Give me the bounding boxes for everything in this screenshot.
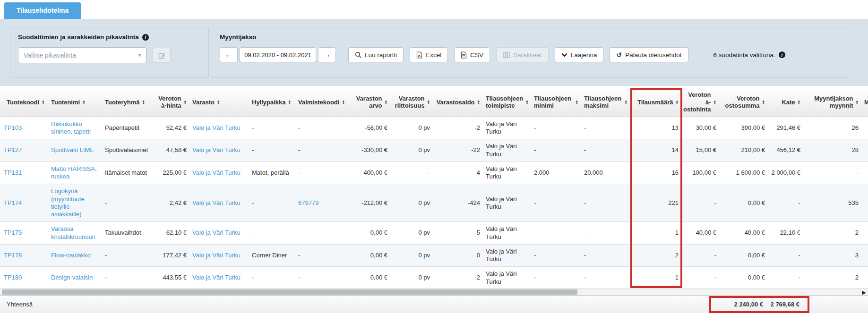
sort-icon: ▲▼ (525, 100, 528, 105)
cell-link[interactable]: Matto HARISSA, ruskea (51, 165, 97, 180)
table-cell: 2,42 € (158, 184, 189, 222)
column-label: Tilausohjeen minimi (534, 95, 573, 110)
column-header-9[interactable]: Varaston riittoisuus▲▼ (390, 88, 433, 117)
cell-link[interactable]: Design-valaisin (51, 274, 93, 281)
column-label: Varasto (192, 99, 215, 106)
tab-tilausehdotelma[interactable]: Tilausehdotelma (4, 2, 81, 19)
cell-text: 15,00 € (696, 146, 716, 153)
cell-text: 0,00 € (370, 229, 387, 236)
quickselect-dropdown[interactable]: Valitse pikavalinta ▼ (18, 47, 146, 63)
cell-link[interactable]: Valo ja Väri Turku (192, 229, 241, 236)
cell-text: - (584, 229, 586, 236)
cell-text: 52,42 € (166, 124, 187, 131)
cell-text: - (534, 199, 536, 206)
table-cell: 0 pv (390, 222, 433, 245)
cell-link[interactable]: Flow-naulakko (51, 252, 91, 259)
cell-link[interactable]: TP131 (4, 169, 22, 176)
column-header-14[interactable]: Tilausmäärä▲▼ (630, 88, 681, 117)
column-label: Veroton à-ostohinta (683, 91, 711, 113)
cell-link[interactable]: TP127 (4, 146, 22, 153)
date-range-input[interactable] (240, 47, 316, 62)
column-header-7[interactable]: Valmistekoodi▲▼ (295, 88, 352, 117)
info-icon[interactable]: i (779, 51, 785, 58)
expand-button[interactable]: Laajenna (555, 47, 604, 62)
sort-icon: ▲▼ (576, 100, 578, 105)
column-header-13[interactable]: Tilausohjeen maksimi▲▼ (581, 88, 630, 117)
cell-text: - (252, 274, 254, 281)
cell-text: - (714, 199, 716, 206)
cell-text: 47,58 € (166, 146, 187, 153)
cell-text: 1 (675, 274, 679, 281)
table-cell: -212,00 € (352, 184, 390, 222)
cell-text: - (857, 169, 859, 176)
column-label: Veroton ostosumma (722, 95, 760, 110)
table-row: TP180Design-valaisin-443,55 €Valo ja Vär… (0, 267, 868, 289)
column-header-11[interactable]: Tilausohjeen toimipiste▲▼ (483, 88, 531, 117)
cell-link[interactable]: Valo ja Väri Turku (192, 169, 241, 176)
scroll-right-arrow-icon[interactable]: ▶ (862, 289, 866, 296)
table-cell: 0,00 € (719, 244, 768, 267)
cell-link[interactable]: 679779 (298, 199, 318, 206)
export-excel-button[interactable]: Excel (410, 47, 448, 62)
cell-link[interactable]: Valo ja Väri Turku (192, 252, 241, 259)
table-cell: Riikinkukko sininen, tapetti (48, 117, 102, 139)
table-cell: - (249, 117, 295, 139)
table-cell: - (295, 267, 352, 289)
previous-period-button[interactable]: ← (220, 47, 238, 62)
reset-defaults-button[interactable]: ↺ Palauta oletusehdot (610, 47, 688, 62)
table-cell: -5 (433, 222, 483, 245)
column-header-3[interactable]: Tuoteryhmä▲▼ (102, 88, 158, 117)
results-table: Tuotekoodi▲▼Tuotenimi▲▼Tuoteryhmä▲▼Verot… (0, 88, 868, 289)
cell-link[interactable]: Valo ja Väri Turku (192, 146, 241, 153)
sort-icon: ▲▼ (288, 100, 291, 105)
cell-text: 2 000,00 € (772, 169, 800, 176)
column-header-18[interactable]: Myyntijakson myynnit▲▼ (803, 88, 861, 117)
scrollbar-thumb[interactable] (2, 289, 577, 295)
table-cell: 443,55 € (158, 267, 189, 289)
column-header-12[interactable]: Tilausohjeen minimi▲▼ (531, 88, 581, 117)
column-header-6[interactable]: Hyllypaikka▲▼ (249, 88, 295, 117)
cell-text: 3 (855, 252, 859, 259)
order-proposal-screen: Tilausehdotelma Suodattimien ja sarakkei… (0, 0, 868, 314)
cell-text: - (534, 146, 536, 153)
column-header-16[interactable]: Veroton ostosumma▲▼ (719, 88, 768, 117)
column-header-2[interactable]: Tuotenimi▲▼ (48, 88, 102, 117)
cell-text: -5 (474, 229, 480, 236)
cell-link[interactable]: Varaosa kristallikruunuun (51, 225, 95, 240)
info-icon[interactable]: i (142, 34, 149, 41)
horizontal-scrollbar[interactable]: ▶ (0, 288, 868, 296)
cell-link[interactable]: TP174 (4, 199, 22, 206)
column-header-1[interactable]: Tuotekoodi▲▼ (0, 88, 48, 117)
cell-link[interactable]: TP175 (4, 229, 22, 236)
column-header-8[interactable]: Varaston arvo▲▼ (352, 88, 390, 117)
cell-text: -330,00 € (361, 146, 387, 153)
table-cell: - (581, 139, 630, 162)
cell-link[interactable]: TP178 (4, 252, 22, 259)
table-cell: 456,12 € (768, 139, 803, 162)
table-cell: - (249, 222, 295, 245)
cell-text: 0 (477, 252, 480, 259)
cell-link[interactable]: Riikinkukko sininen, tapetti (51, 120, 91, 135)
cell-text: - (105, 252, 107, 259)
cell-link[interactable]: Logokynä (myyntituote tietyille asiakkai… (51, 187, 85, 218)
cell-link[interactable]: Valo ja Väri Turku (192, 124, 241, 131)
export-csv-button[interactable]: CSV (454, 47, 490, 62)
next-period-button[interactable]: → (318, 47, 336, 62)
column-header-15[interactable]: Veroton à-ostohinta▲▼ (681, 88, 719, 117)
cell-link[interactable]: TP180 (4, 274, 22, 281)
csv-file-icon (461, 51, 467, 59)
filter-count-text: 6 suodatinta valittuna. (713, 51, 775, 59)
column-header-4[interactable]: Veroton à-hinta▲▼ (158, 88, 189, 117)
cell-link[interactable]: Spottivalo LIME (51, 146, 94, 153)
table-cell: - (295, 244, 352, 267)
table-cell: Valo ja Väri Turku (483, 139, 531, 162)
cell-link[interactable]: Valo ja Väri Turku (192, 199, 241, 206)
table-cell: Valo ja Väri Turku (483, 117, 531, 139)
create-report-button[interactable]: Luo raportti (348, 47, 404, 62)
column-header-10[interactable]: Varastosaldo▲▼ (433, 88, 483, 117)
cell-link[interactable]: TP103 (4, 124, 22, 131)
column-header-5[interactable]: Varasto▲▼ (189, 88, 249, 117)
column-header-17[interactable]: Kate▲▼ (768, 88, 803, 117)
cell-link[interactable]: Valo ja Väri Turku (192, 274, 241, 281)
arrow-right-icon: → (323, 51, 331, 59)
